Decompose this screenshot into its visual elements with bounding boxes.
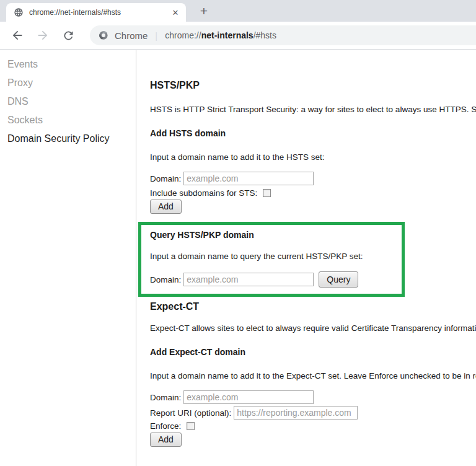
include-subdomains-label: Include subdomains for STS: [150, 188, 257, 198]
globe-icon [14, 7, 24, 17]
omnibox-separator: | [154, 30, 159, 41]
add-hsts-domain-label: Domain: [150, 174, 181, 183]
add-hsts-domain-input[interactable] [183, 172, 314, 185]
reload-button[interactable] [61, 28, 76, 43]
close-icon[interactable]: ✕ [170, 7, 181, 18]
add-hsts-button[interactable]: Add [150, 200, 182, 214]
add-expect-ct-heading: Add Expect-CT domain [150, 347, 476, 357]
tab-strip: chrome://net-internals/#hsts ✕ + [0, 0, 476, 22]
sidebar-item-sockets[interactable]: Sockets [0, 111, 136, 130]
reload-icon [62, 29, 75, 42]
query-hsts-domain-row: Domain: Query [150, 271, 394, 288]
page-content: Events Proxy DNS Sockets Domain Security… [0, 50, 476, 466]
expect-ct-description: Expect-CT allows sites to elect to alway… [150, 323, 476, 333]
add-expect-ct-button[interactable]: Add [150, 433, 182, 447]
address-bar[interactable]: Chrome | chrome://net-internals/#hsts [90, 25, 476, 45]
tab-title: chrome://net-internals/#hsts [29, 8, 164, 17]
url-path: /#hsts [253, 30, 276, 40]
query-highlight-box: Query HSTS/PKP domain Input a domain nam… [138, 222, 405, 297]
query-hsts-instruction: Input a domain name to query the current… [150, 252, 394, 261]
expect-ct-title: Expect-CT [150, 301, 476, 312]
browser-toolbar: Chrome | chrome://net-internals/#hsts [0, 22, 476, 50]
forward-arrow-icon [36, 29, 50, 42]
enforce-label: Enforce: [150, 421, 181, 431]
sidebar-item-proxy[interactable]: Proxy [0, 74, 136, 92]
add-hsts-instruction: Input a domain name to add it to the HST… [150, 152, 476, 162]
include-subdomains-row: Include subdomains for STS: [150, 188, 476, 198]
query-hsts-domain-label: Domain: [150, 275, 181, 284]
add-hsts-heading: Add HSTS domain [150, 128, 476, 138]
include-subdomains-checkbox[interactable] [263, 189, 271, 197]
back-button[interactable] [10, 28, 25, 43]
browser-tab[interactable]: chrome://net-internals/#hsts ✕ [6, 3, 186, 22]
enforce-row: Enforce: [150, 421, 476, 431]
expect-ct-domain-label: Domain: [150, 393, 181, 402]
query-button[interactable]: Query [319, 271, 358, 288]
query-hsts-domain-input[interactable] [183, 273, 314, 286]
chrome-logo-icon [99, 30, 108, 40]
report-uri-row: Report URI (optional): [150, 406, 476, 420]
product-label: Chrome [115, 30, 148, 41]
add-expect-ct-instruction: Input a domain name to add it to the Exp… [150, 371, 476, 380]
forward-button[interactable] [35, 28, 50, 43]
report-uri-input[interactable] [234, 406, 358, 420]
new-tab-button[interactable]: + [196, 3, 212, 19]
sidebar: Events Proxy DNS Sockets Domain Security… [0, 50, 136, 466]
back-arrow-icon [11, 29, 24, 42]
url-text: chrome://net-internals/#hsts [165, 30, 276, 40]
hsts-description: HSTS is HTTP Strict Transport Security: … [150, 105, 476, 114]
url-host: net-internals [201, 30, 253, 40]
query-hsts-heading: Query HSTS/PKP domain [150, 230, 394, 240]
sidebar-item-domain-security-policy[interactable]: Domain Security Policy [0, 130, 136, 148]
url-scheme: chrome:// [165, 30, 201, 40]
main-panel: HSTS/PKP HSTS is HTTP Strict Transport S… [136, 50, 476, 466]
enforce-checkbox[interactable] [187, 422, 195, 430]
report-uri-label: Report URI (optional): [150, 408, 231, 418]
sidebar-item-events[interactable]: Events [0, 55, 136, 74]
expect-ct-domain-row: Domain: [150, 390, 476, 404]
expect-ct-domain-input[interactable] [183, 390, 314, 404]
sidebar-item-dns[interactable]: DNS [0, 92, 136, 111]
hsts-pkp-title: HSTS/PKP [150, 80, 476, 91]
add-hsts-domain-row: Domain: [150, 172, 476, 185]
